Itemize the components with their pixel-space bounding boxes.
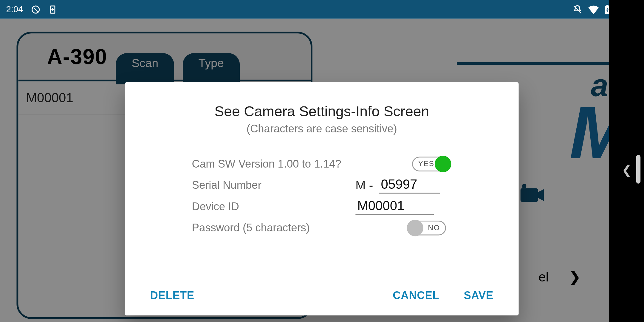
cancel-button[interactable]: CANCEL (388, 284, 445, 306)
device-id-label: Device ID (192, 200, 356, 213)
sw-version-toggle[interactable]: YES (412, 157, 450, 171)
sw-version-label: Cam SW Version 1.00 to 1.14? (192, 157, 356, 170)
status-bar: 2:04 100% (0, 0, 644, 19)
serial-prefix: M - (355, 178, 373, 192)
download-icon (48, 4, 57, 14)
silent-icon (572, 4, 583, 15)
serial-number-label: Serial Number (192, 179, 356, 191)
delete-button[interactable]: DELETE (145, 284, 199, 306)
background-app: A-390 Scan Type M00001 aQ M el ❯ APP VER… (0, 19, 644, 322)
save-button[interactable]: SAVE (459, 284, 499, 306)
system-nav-bar: ❮ (609, 0, 644, 322)
device-id-input[interactable] (355, 198, 434, 215)
nav-handle[interactable] (636, 155, 641, 184)
svg-rect-3 (606, 4, 609, 6)
dialog-subtitle: (Characters are case sensitive) (125, 122, 519, 135)
status-time: 2:04 (6, 4, 23, 15)
dialog-title: See Camera Settings-Info Screen (125, 103, 519, 120)
do-not-disturb-icon (31, 4, 41, 14)
chevron-left-icon[interactable]: ❮ (622, 162, 632, 177)
camera-settings-dialog: See Camera Settings-Info Screen (Charact… (125, 82, 519, 315)
wifi-icon (588, 4, 599, 14)
password-toggle[interactable]: NO (408, 220, 446, 235)
serial-number-input[interactable] (379, 177, 440, 193)
password-label: Password (5 characters) (192, 222, 408, 234)
